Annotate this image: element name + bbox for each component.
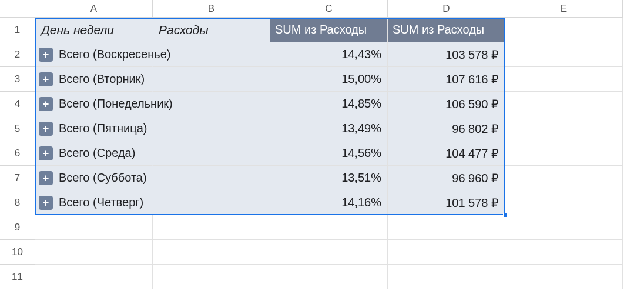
pivot-row-5-pct[interactable]: 14,56% [270, 141, 388, 166]
cell-b10[interactable] [153, 240, 270, 265]
selection-handle[interactable] [503, 213, 508, 218]
pivot-row-label: Всего (Суббота) [59, 171, 147, 185]
expand-icon[interactable]: + [39, 171, 53, 185]
col-header-c[interactable]: C [270, 0, 388, 18]
pivot-row-6-label-cell[interactable]: + Всего (Суббота) [35, 166, 153, 190]
pivot-row-label: Всего (Пятница) [59, 122, 147, 135]
cell-e3[interactable] [505, 67, 623, 92]
pivot-row-3-pct[interactable]: 14,85% [270, 92, 388, 116]
pivot-row-4-sum[interactable]: 96 802 ₽ [388, 116, 505, 141]
cell-e8[interactable] [505, 190, 623, 215]
pivot-row-3-label-cell[interactable]: + Всего (Понедельник) [35, 92, 153, 116]
pivot-row-label: Всего (Среда) [59, 146, 135, 160]
cell-d10[interactable] [388, 240, 505, 265]
cell-d9[interactable] [388, 215, 505, 240]
expand-icon[interactable]: + [39, 196, 53, 210]
pivot-row-5-label-cell[interactable]: + Всего (Среда) [35, 141, 153, 166]
pivot-row-7-label-cell[interactable]: + Всего (Четверг) [35, 190, 153, 215]
cell-e6[interactable] [505, 141, 623, 166]
pivot-row-1-sum[interactable]: 103 578 ₽ [388, 42, 505, 67]
cell-b6[interactable] [153, 141, 270, 166]
cell-e10[interactable] [505, 240, 623, 265]
pivot-row-3-sum[interactable]: 106 590 ₽ [388, 92, 505, 116]
cell-e4[interactable] [505, 92, 623, 116]
pivot-header-sum-val[interactable]: SUM из Расходы [388, 18, 505, 42]
cell-b5[interactable] [153, 116, 270, 141]
row-header-4[interactable]: 4 [0, 92, 35, 116]
pivot-header-day[interactable]: День недели [35, 18, 153, 42]
row-header-8[interactable]: 8 [0, 190, 35, 215]
cell-e2[interactable] [505, 42, 623, 67]
cell-a10[interactable] [35, 240, 153, 265]
pivot-row-label: Всего (Вторник) [59, 72, 145, 86]
pivot-row-1-pct[interactable]: 14,43% [270, 42, 388, 67]
col-header-e[interactable]: E [505, 0, 623, 18]
row-header-1[interactable]: 1 [0, 18, 35, 42]
row-header-10[interactable]: 10 [0, 240, 35, 265]
cell-c10[interactable] [270, 240, 388, 265]
pivot-header-expense[interactable]: Расходы [153, 18, 270, 42]
pivot-row-7-sum[interactable]: 101 578 ₽ [388, 190, 505, 215]
row-header-3[interactable]: 3 [0, 67, 35, 92]
cell-b8[interactable] [153, 190, 270, 215]
cell-e5[interactable] [505, 116, 623, 141]
row-header-2[interactable]: 2 [0, 42, 35, 67]
expand-icon[interactable]: + [39, 72, 53, 86]
pivot-row-2-label-cell[interactable]: + Всего (Вторник) [35, 67, 153, 92]
cell-c9[interactable] [270, 215, 388, 240]
row-header-5[interactable]: 5 [0, 116, 35, 141]
cell-e9[interactable] [505, 215, 623, 240]
cell-b3[interactable] [153, 67, 270, 92]
cell-b7[interactable] [153, 166, 270, 190]
cell-a11[interactable] [35, 265, 153, 289]
col-header-a[interactable]: A [35, 0, 153, 18]
pivot-row-2-sum[interactable]: 107 616 ₽ [388, 67, 505, 92]
pivot-row-2-pct[interactable]: 15,00% [270, 67, 388, 92]
pivot-row-label: Всего (Понедельник) [59, 97, 173, 111]
row-header-11[interactable]: 11 [0, 265, 35, 289]
pivot-row-4-label-cell[interactable]: + Всего (Пятница) [35, 116, 153, 141]
pivot-row-5-sum[interactable]: 104 477 ₽ [388, 141, 505, 166]
cell-d11[interactable] [388, 265, 505, 289]
cell-b11[interactable] [153, 265, 270, 289]
row-header-7[interactable]: 7 [0, 166, 35, 190]
cell-e7[interactable] [505, 166, 623, 190]
cell-a9[interactable] [35, 215, 153, 240]
cell-c11[interactable] [270, 265, 388, 289]
col-header-b[interactable]: B [153, 0, 270, 18]
pivot-header-sum-pct[interactable]: SUM из Расходы [270, 18, 388, 42]
spreadsheet-grid[interactable]: A B C D E 1 День недели Расходы SUM из Р… [0, 0, 644, 289]
pivot-row-1-label-cell[interactable]: + Всего (Воскресенье) [35, 42, 153, 67]
row-header-6[interactable]: 6 [0, 141, 35, 166]
pivot-row-label: Всего (Воскресенье) [59, 48, 171, 61]
expand-icon[interactable]: + [39, 97, 53, 111]
pivot-row-label: Всего (Четверг) [59, 196, 143, 209]
col-header-d[interactable]: D [388, 0, 505, 18]
expand-icon[interactable]: + [39, 146, 53, 160]
row-header-9[interactable]: 9 [0, 215, 35, 240]
grid-corner[interactable] [0, 0, 35, 18]
pivot-row-6-sum[interactable]: 96 960 ₽ [388, 166, 505, 190]
pivot-row-6-pct[interactable]: 13,51% [270, 166, 388, 190]
expand-icon[interactable]: + [39, 122, 53, 136]
expand-icon[interactable]: + [39, 48, 53, 62]
cell-e1[interactable] [505, 18, 623, 42]
cell-b9[interactable] [153, 215, 270, 240]
pivot-row-7-pct[interactable]: 14,16% [270, 190, 388, 215]
cell-e11[interactable] [505, 265, 623, 289]
pivot-row-4-pct[interactable]: 13,49% [270, 116, 388, 141]
